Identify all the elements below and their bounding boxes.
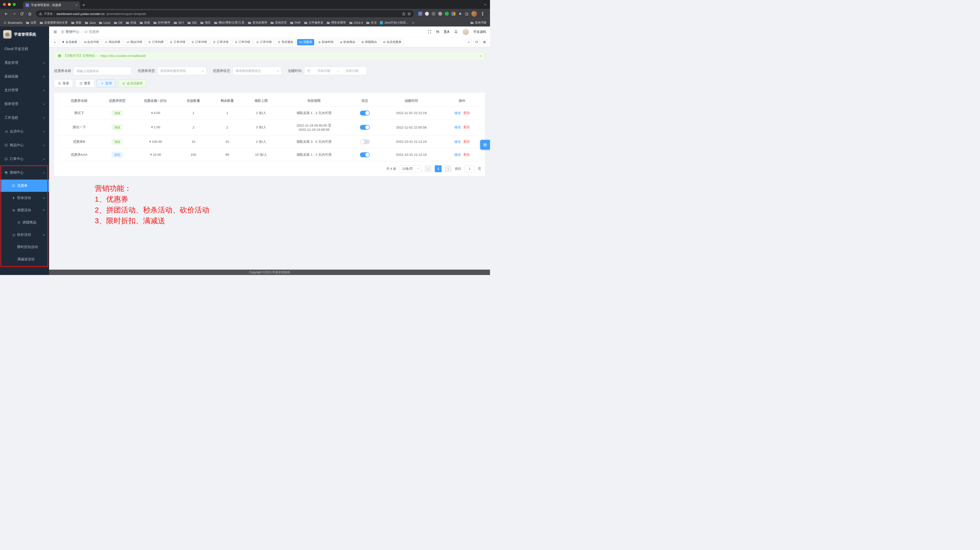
delete-link[interactable]: 删除 <box>463 153 470 157</box>
delete-link[interactable]: 删除 <box>463 125 470 129</box>
page-size-select[interactable]: 10条/页 <box>399 165 422 172</box>
tagsview-tab-order-detail-3[interactable]: 订单详情 <box>211 39 231 45</box>
sidebar-item-infra[interactable]: 基础设施 <box>0 70 49 83</box>
bookmark-folder[interactable]: 设计 <box>173 21 184 25</box>
tagsview-tab-product-detail[interactable]: 商品详情 <box>124 39 144 45</box>
bookmark-folder[interactable]: 文件服务器 <box>304 21 323 25</box>
status-toggle[interactable] <box>360 111 370 116</box>
delete-link[interactable]: 删除 <box>463 140 470 144</box>
search-button[interactable]: 搜索 <box>54 79 73 87</box>
settings-float-button[interactable] <box>480 140 490 150</box>
bookmark-folder[interactable]: 前端 <box>126 21 136 25</box>
back-button[interactable] <box>2 10 10 17</box>
coupon-type-select[interactable]: 请选择优惠券类型 <box>158 67 207 75</box>
delete-link[interactable]: 删除 <box>463 111 470 115</box>
sidebar-item-marketing[interactable]: 营销中心 <box>0 166 49 179</box>
tagsview-tab-member-tag[interactable]: 会员标签 <box>59 39 80 45</box>
bookmark-folder[interactable]: 其他语言 <box>270 21 287 25</box>
bookmark-folder[interactable]: 软件/硬件 <box>153 21 170 25</box>
extension-icon[interactable] <box>418 12 422 16</box>
tagsview-tab-seckill-time[interactable]: 秒杀时段 <box>316 39 336 45</box>
coupon-status-select[interactable]: 请选择优惠券状态 <box>232 67 282 75</box>
sidebar-item-cloud-docs[interactable]: Cloud 开发文档 <box>0 42 49 56</box>
goto-page-input[interactable] <box>465 165 475 172</box>
bookmark-folder[interactable]: 游戏 <box>140 21 150 25</box>
extension-icon[interactable] <box>431 12 436 16</box>
reload-button[interactable] <box>18 10 25 17</box>
user-avatar[interactable] <box>463 29 469 35</box>
status-toggle[interactable] <box>360 125 370 130</box>
bookmark-folder[interactable]: 搜索 <box>71 21 81 25</box>
sidebar-item-workflow[interactable]: 工作流程 <box>0 111 49 125</box>
sidebar-item-pay[interactable]: 支付管理 <box>0 83 49 97</box>
sidebar-item-report[interactable]: 报表管理 <box>0 97 49 111</box>
language-button[interactable]: 文A <box>444 30 450 34</box>
bookmark-folder[interactable]: 2014-4 <box>349 21 363 25</box>
breadcrumb-marketing[interactable]: 营销中心 <box>61 30 79 34</box>
bookmark-item-bookmarks[interactable]: Bookmarks <box>3 21 22 25</box>
tags-refresh-button[interactable] <box>473 39 480 45</box>
bookmark-folder[interactable]: 近期需要读的文章 <box>40 21 68 25</box>
fullscreen-button[interactable] <box>427 30 431 34</box>
extension-icon[interactable] <box>438 12 442 16</box>
status-toggle[interactable] <box>360 152 370 157</box>
tagsview-tab-order-list[interactable]: 订单列表 <box>146 39 166 45</box>
browser-profile-avatar[interactable] <box>471 11 477 17</box>
sidebar-item-reward-activity[interactable]: 满减送活动 <box>0 253 49 265</box>
reset-button[interactable]: 重置 <box>75 79 94 87</box>
bookmark-folder[interactable]: PHP <box>290 21 301 25</box>
tagsview-tab-coupon[interactable]: 优惠券 <box>297 39 314 45</box>
extension-icon[interactable] <box>445 12 449 16</box>
font-size-button[interactable]: Tt <box>436 30 439 34</box>
extension-icon[interactable] <box>425 12 429 16</box>
coupon-name-input[interactable] <box>76 69 128 73</box>
extensions-puzzle-icon[interactable] <box>458 11 462 16</box>
edit-link[interactable]: 修改 <box>454 125 461 129</box>
browser-tab[interactable]: 芋道管理系统 - 优惠券 × <box>23 2 80 9</box>
window-close-button[interactable] <box>3 3 6 6</box>
tagsview-tab-combination-product[interactable]: 拼团商品 <box>359 39 379 45</box>
tagsview-tab-product-list[interactable]: 商品列表 <box>103 39 123 45</box>
bookmark-folder[interactable]: 项目 <box>200 21 211 25</box>
address-bar[interactable]: 不安全 dashboard-vue3.yudao.iocoder.cn /pro… <box>36 10 414 17</box>
sidebar-item-combination-product[interactable]: 拼团商品 <box>0 216 49 229</box>
sidebar-item-bargain[interactable]: 砍价活动 <box>0 229 49 241</box>
bookmark-folder[interactable]: Java <box>85 21 95 25</box>
sidebar-item-system[interactable]: 系统管理 <box>0 56 49 70</box>
bookmark-folder[interactable]: 运营 <box>26 21 37 25</box>
home-button[interactable] <box>26 10 33 17</box>
tagsview-tab-order-detail-4[interactable]: 订单详情 <box>232 39 252 45</box>
sidebar-item-coupon[interactable]: 优惠券 <box>0 179 49 192</box>
add-coupon-button[interactable]: 新增 <box>97 79 116 87</box>
share-icon[interactable] <box>402 12 406 16</box>
member-coupon-button[interactable]: 会员优惠券 <box>118 79 146 87</box>
sidebar-item-combination[interactable]: 拼团活动 <box>0 204 49 216</box>
edit-link[interactable]: 修改 <box>454 111 461 115</box>
app-logo-area[interactable]: 芋道管理系统 <box>0 27 49 42</box>
bookmarks-overflow-chevron[interactable]: » <box>412 21 414 25</box>
tab-search-button[interactable] <box>484 0 487 9</box>
split-view-icon[interactable] <box>465 11 469 16</box>
banner-close-icon[interactable]: × <box>479 54 481 58</box>
bookmark-folder[interactable]: Linux <box>99 21 110 25</box>
tagsview-tab-order-detail-1[interactable]: 订单详情 <box>167 39 188 45</box>
bookmark-item[interactable]: Java开发|小组首... <box>380 21 408 25</box>
tab-close-icon[interactable]: × <box>76 3 78 7</box>
page-number-button[interactable]: 1 <box>435 165 442 172</box>
tagsview-tab-order-detail-5[interactable]: 订单详情 <box>254 39 274 45</box>
extension-icon[interactable] <box>452 12 455 16</box>
status-toggle[interactable] <box>360 139 370 144</box>
browser-menu-button[interactable] <box>480 11 485 17</box>
bookmark-folder[interactable]: DB <box>114 21 123 25</box>
tagsview-tab-seckill-product[interactable]: 秒杀商品 <box>337 39 358 45</box>
collapse-sidebar-button[interactable] <box>53 30 57 34</box>
tags-layout-button[interactable] <box>481 39 488 45</box>
window-minimize-button[interactable] <box>8 3 11 6</box>
forward-button[interactable] <box>10 10 18 17</box>
next-page-button[interactable]: › <box>445 165 452 172</box>
tagsview-tab-member-detail[interactable]: 会员详情 <box>81 39 101 45</box>
edit-link[interactable]: 修改 <box>454 153 461 157</box>
bookmark-folder[interactable]: IDE <box>187 21 197 25</box>
sidebar-item-discount-activity[interactable]: 限时折扣活动 <box>0 241 49 253</box>
prev-page-button[interactable]: ‹ <box>425 165 431 172</box>
